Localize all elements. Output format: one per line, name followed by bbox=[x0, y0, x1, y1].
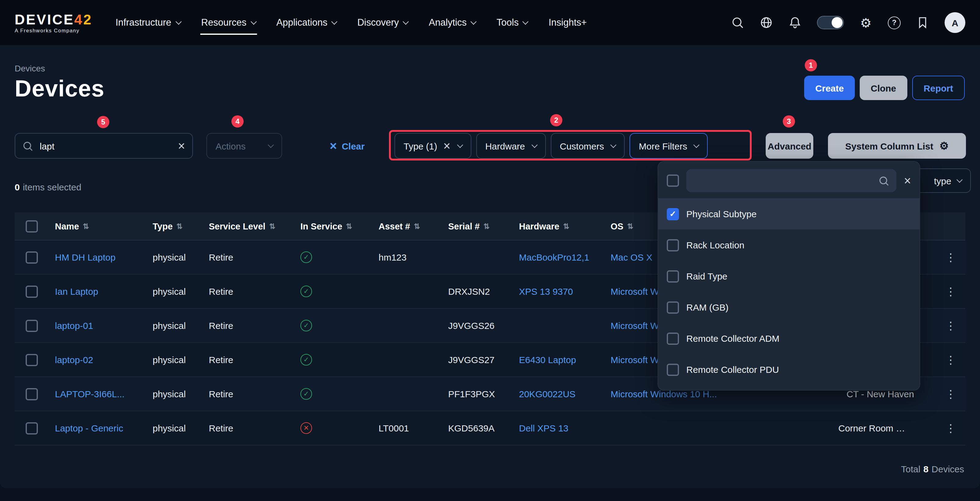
chevron-down-icon bbox=[175, 18, 181, 24]
settings-gear-icon[interactable] bbox=[859, 16, 873, 29]
row-menu-button[interactable] bbox=[945, 285, 956, 298]
room-cell: Corner Room @ CT bbox=[832, 423, 936, 433]
sort-icon[interactable] bbox=[346, 222, 352, 230]
sort-icon[interactable] bbox=[627, 222, 633, 230]
panel-search-box[interactable] bbox=[686, 169, 897, 192]
clear-filters-link[interactable]: Clear bbox=[330, 133, 364, 159]
filter-option-raid-type[interactable]: Raid Type bbox=[658, 260, 920, 292]
select-all-checkbox[interactable] bbox=[25, 220, 38, 232]
sort-icon[interactable] bbox=[483, 222, 489, 230]
create-button[interactable]: Create bbox=[805, 76, 855, 100]
col-type[interactable]: Type bbox=[146, 221, 203, 231]
hardware-link[interactable]: MacBookPro12,1 bbox=[519, 252, 589, 262]
filter-more-filters[interactable]: More Filters bbox=[630, 133, 708, 159]
row-menu-button[interactable] bbox=[945, 387, 956, 401]
device-type-cell: physical bbox=[146, 389, 203, 399]
row-menu-button[interactable] bbox=[945, 422, 956, 435]
notifications-bell-icon[interactable] bbox=[788, 16, 802, 29]
sort-icon[interactable] bbox=[563, 222, 569, 230]
device-name-link[interactable]: LAPTOP-3I66L... bbox=[55, 389, 124, 399]
row-checkbox[interactable] bbox=[25, 251, 38, 263]
col-name[interactable]: Name bbox=[49, 221, 146, 231]
chevron-down-icon bbox=[523, 18, 529, 24]
chevron-down-icon bbox=[268, 141, 274, 147]
filter-option-checkbox[interactable] bbox=[667, 208, 679, 220]
filter-option-rack-location[interactable]: Rack Location bbox=[658, 230, 920, 260]
nav-item-resources[interactable]: Resources bbox=[201, 0, 256, 45]
device-name-link[interactable]: Ian Laptop bbox=[55, 286, 98, 296]
os-link[interactable]: Mac OS X bbox=[611, 252, 652, 262]
row-checkbox[interactable] bbox=[25, 388, 38, 400]
sort-icon[interactable] bbox=[414, 222, 420, 230]
globe-icon[interactable] bbox=[760, 16, 773, 29]
filter-type-1[interactable]: Type (1) bbox=[395, 133, 471, 159]
hardware-link[interactable]: XPS 13 9370 bbox=[519, 286, 573, 296]
os-link[interactable]: Microsoft W bbox=[611, 355, 659, 365]
chevron-down-icon bbox=[403, 18, 409, 24]
search-input[interactable] bbox=[38, 140, 172, 152]
filter-option-remote-collector-adm[interactable]: Remote Collector ADM bbox=[658, 323, 920, 354]
nav-item-infrastructure[interactable]: Infrastructure bbox=[115, 0, 180, 45]
in-service-cell bbox=[294, 422, 372, 434]
table-row: Laptop - GenericphysicalRetireLT0001KGD5… bbox=[15, 411, 965, 446]
nav-item-tools[interactable]: Tools bbox=[497, 0, 528, 45]
filter-hardware[interactable]: Hardware bbox=[476, 133, 546, 159]
panel-select-all-checkbox[interactable] bbox=[667, 174, 679, 187]
device42-logo[interactable]: DEVICE42 A Freshworks Company bbox=[15, 12, 92, 33]
nav-item-discovery[interactable]: Discovery bbox=[357, 0, 408, 45]
filter-option-remote-collector-pdu[interactable]: Remote Collector PDU bbox=[658, 354, 920, 385]
filter-customers[interactable]: Customers bbox=[551, 133, 625, 159]
row-menu-button[interactable] bbox=[945, 319, 956, 332]
filter-option-physical-subtype[interactable]: Physical Subtype bbox=[658, 198, 920, 230]
filter-option-ram-gb[interactable]: RAM (GB) bbox=[658, 292, 920, 323]
os-link[interactable]: Microsoft W bbox=[611, 320, 659, 331]
filter-option-checkbox[interactable] bbox=[667, 301, 679, 313]
col-asset[interactable]: Asset # bbox=[372, 221, 442, 231]
filter-option-checkbox[interactable] bbox=[667, 332, 679, 344]
bookmark-icon[interactable] bbox=[916, 16, 929, 29]
device-name-link[interactable]: laptop-01 bbox=[55, 320, 93, 331]
row-checkbox[interactable] bbox=[25, 319, 38, 332]
device-search-box[interactable] bbox=[15, 133, 193, 159]
nav-item-insights+[interactable]: Insights+ bbox=[549, 0, 587, 45]
device-name-link[interactable]: Laptop - Generic bbox=[55, 423, 123, 433]
actions-dropdown[interactable]: Actions bbox=[206, 133, 282, 159]
col-hardware[interactable]: Hardware bbox=[513, 221, 605, 231]
search-icon[interactable] bbox=[731, 16, 744, 29]
actions-label: Actions bbox=[216, 141, 245, 151]
clear-search-icon[interactable] bbox=[178, 140, 185, 152]
row-menu-button[interactable] bbox=[945, 251, 956, 264]
row-checkbox[interactable] bbox=[25, 422, 38, 434]
filter-option-checkbox[interactable] bbox=[667, 270, 679, 282]
hardware-link[interactable]: Dell XPS 13 bbox=[519, 423, 568, 433]
col-in-service[interactable]: In Service bbox=[294, 221, 372, 231]
avatar[interactable]: A bbox=[945, 12, 965, 33]
clone-button[interactable]: Clone bbox=[860, 76, 907, 100]
sort-icon[interactable] bbox=[177, 222, 183, 230]
advanced-button[interactable]: Advanced bbox=[766, 133, 813, 159]
nav-item-applications[interactable]: Applications bbox=[276, 0, 336, 45]
report-button[interactable]: Report bbox=[912, 76, 965, 100]
sort-icon[interactable] bbox=[83, 222, 89, 230]
filter-option-checkbox[interactable] bbox=[667, 239, 679, 251]
device-name-link[interactable]: laptop-02 bbox=[55, 355, 93, 365]
close-panel-icon[interactable] bbox=[904, 174, 911, 187]
panel-search-input[interactable] bbox=[694, 175, 874, 186]
col-service-level[interactable]: Service Level bbox=[203, 221, 294, 231]
row-menu-button[interactable] bbox=[945, 353, 956, 366]
hardware-link[interactable]: 20KG0022US bbox=[519, 389, 576, 399]
row-checkbox[interactable] bbox=[25, 354, 38, 366]
os-link[interactable]: Microsoft W bbox=[611, 286, 659, 296]
nav-item-analytics[interactable]: Analytics bbox=[429, 0, 476, 45]
sort-icon[interactable] bbox=[269, 222, 275, 230]
system-column-list-button[interactable]: System Column List bbox=[828, 133, 966, 159]
col-serial[interactable]: Serial # bbox=[442, 221, 513, 231]
theme-toggle[interactable] bbox=[817, 16, 844, 29]
hardware-link[interactable]: E6430 Laptop bbox=[519, 355, 576, 365]
filter-option-checkbox[interactable] bbox=[667, 363, 679, 376]
breadcrumb[interactable]: Devices bbox=[15, 63, 45, 73]
row-checkbox[interactable] bbox=[25, 285, 38, 298]
clear-filter-icon[interactable] bbox=[443, 140, 450, 152]
help-icon[interactable]: ? bbox=[888, 16, 900, 29]
device-name-link[interactable]: HM DH Laptop bbox=[55, 252, 115, 262]
